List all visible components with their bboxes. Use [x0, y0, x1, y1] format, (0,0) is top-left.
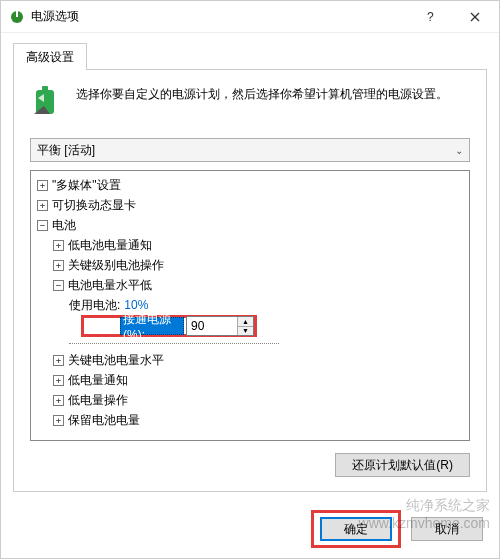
window-title: 电源选项 — [31, 8, 409, 25]
battery-icon — [30, 84, 66, 120]
expand-toggle[interactable]: + — [53, 355, 64, 366]
description-text: 选择你要自定义的电源计划，然后选择你希望计算机管理的电源设置。 — [76, 84, 448, 106]
tree-node-label: 电池电量水平低 — [68, 277, 152, 294]
expand-toggle[interactable]: + — [53, 240, 64, 251]
plan-select-value: 平衡 [活动] — [37, 142, 95, 159]
expand-toggle[interactable]: + — [53, 395, 64, 406]
ok-button[interactable]: 确定 — [320, 517, 392, 541]
tree-node-label: 保留电池电量 — [68, 412, 140, 429]
collapse-toggle[interactable]: − — [37, 220, 48, 231]
tab-advanced[interactable]: 高级设置 — [13, 43, 87, 70]
titlebar: 电源选项 ? — [1, 1, 499, 33]
tree-node[interactable]: + 保留电池电量 — [33, 410, 467, 430]
spin-down-button[interactable]: ▼ — [238, 327, 253, 336]
svg-rect-6 — [42, 86, 48, 91]
tabstrip: 高级设置 — [13, 41, 487, 69]
selected-label: 接通电源(%): — [120, 317, 184, 335]
tree-node-label: 低电量通知 — [68, 372, 128, 389]
tree-node-label: 低电量操作 — [68, 392, 128, 409]
value-spinbox[interactable]: ▲ ▼ — [186, 316, 254, 336]
app-icon — [9, 9, 25, 25]
expand-toggle[interactable]: + — [53, 375, 64, 386]
expand-toggle[interactable]: + — [37, 180, 48, 191]
tree-leaf[interactable]: 使用电池: 10% — [33, 295, 467, 315]
power-options-window: 电源选项 ? 高级设置 选择你要自定义的电源计划，然后选择你希望计算机管理的电源… — [0, 0, 500, 559]
tree-leaf-editing[interactable]: 接通电源(%): ▲ ▼ — [81, 315, 257, 337]
tree-node[interactable]: + "多媒体"设置 — [33, 175, 467, 195]
help-button[interactable]: ? — [409, 2, 453, 32]
expand-toggle[interactable]: + — [37, 200, 48, 211]
tree-node-label: 可切换动态显卡 — [52, 197, 136, 214]
restore-row: 还原计划默认值(R) — [30, 453, 470, 477]
tree-node[interactable]: + 低电量通知 — [33, 370, 467, 390]
separator — [69, 343, 279, 344]
spin-up-button[interactable]: ▲ — [238, 317, 253, 327]
cancel-button[interactable]: 取消 — [411, 517, 483, 541]
spin-buttons: ▲ ▼ — [237, 317, 253, 335]
description-row: 选择你要自定义的电源计划，然后选择你希望计算机管理的电源设置。 — [30, 84, 470, 120]
close-button[interactable] — [453, 2, 497, 32]
tree-node[interactable]: + 关键电池电量水平 — [33, 350, 467, 370]
plan-select[interactable]: 平衡 [活动] ⌄ — [30, 138, 470, 162]
value-input[interactable] — [187, 317, 237, 335]
tabpanel-advanced: 选择你要自定义的电源计划，然后选择你希望计算机管理的电源设置。 平衡 [活动] … — [13, 69, 487, 492]
expand-toggle[interactable]: + — [53, 260, 64, 271]
chevron-down-icon: ⌄ — [455, 145, 463, 156]
tree-node[interactable]: − 电池电量水平低 — [33, 275, 467, 295]
settings-tree[interactable]: + "多媒体"设置 + 可切换动态显卡 − 电池 + 低电池电量通知 + 关 — [30, 170, 470, 441]
svg-text:?: ? — [427, 11, 434, 23]
dialog-buttons: 确定 取消 — [1, 502, 499, 558]
tree-node-label: 电池 — [52, 217, 76, 234]
tree-node[interactable]: + 低电池电量通知 — [33, 235, 467, 255]
tree-node-label: 关键电池电量水平 — [68, 352, 164, 369]
svg-rect-1 — [16, 11, 18, 17]
tree-node-label: "多媒体"设置 — [52, 177, 121, 194]
tree-leaf-label: 使用电池: — [69, 297, 120, 314]
tree-node[interactable]: − 电池 — [33, 215, 467, 235]
client-area: 高级设置 选择你要自定义的电源计划，然后选择你希望计算机管理的电源设置。 平衡 … — [1, 33, 499, 502]
tree-node[interactable]: + 关键级别电池操作 — [33, 255, 467, 275]
tree-node[interactable]: + 低电量操作 — [33, 390, 467, 410]
restore-defaults-button[interactable]: 还原计划默认值(R) — [335, 453, 470, 477]
tree-node[interactable]: + 可切换动态显卡 — [33, 195, 467, 215]
collapse-toggle[interactable]: − — [53, 280, 64, 291]
tree-node-label: 低电池电量通知 — [68, 237, 152, 254]
expand-toggle[interactable]: + — [53, 415, 64, 426]
ok-highlight: 确定 — [311, 510, 401, 548]
tree-node-label: 关键级别电池操作 — [68, 257, 164, 274]
